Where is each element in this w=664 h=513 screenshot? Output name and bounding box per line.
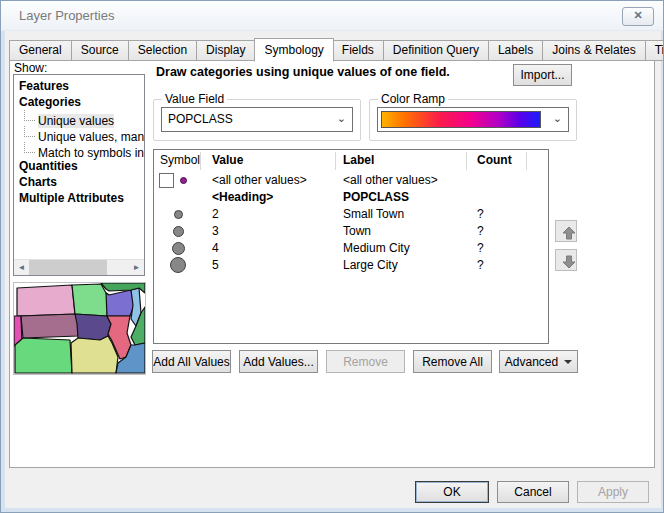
dialog-client-area: General Source Selection Display Symbolo… [5,31,661,508]
tab-symbology[interactable]: Symbology [254,38,333,62]
scrollbar-thumb[interactable] [29,260,107,275]
table-cell-count: ? [477,207,484,221]
remove-button[interactable]: Remove [326,350,405,373]
table-cell-count: ? [477,258,484,272]
chevron-down-icon: ⌄ [337,112,346,125]
all-other-values-symbol[interactable] [180,177,187,184]
layer-preview-map [13,282,146,375]
table-cell-count: ? [477,224,484,238]
table-cell-label[interactable]: <all other values> [343,173,438,187]
dot-symbol-small[interactable] [174,210,183,219]
tree-connector-icon [24,126,35,137]
symbology-tab-page: Show: Features Categories Unique values … [9,58,655,468]
column-header-count[interactable]: Count [477,153,512,167]
move-up-button[interactable] [555,220,577,242]
map-polygon [106,290,134,316]
tab-labels[interactable]: Labels [489,40,543,61]
tab-definition-query[interactable]: Definition Query [384,40,489,61]
table-cell-label[interactable]: Medium City [343,241,410,255]
all-other-values-checkbox[interactable] [159,173,174,188]
add-all-values-button[interactable]: Add All Values [152,350,231,373]
import-button[interactable]: Import... [513,64,572,86]
tree-item-features[interactable]: Features [14,78,144,94]
column-header-value[interactable]: Value [212,153,243,167]
map-polygon [21,314,79,338]
tree-connector-icon [24,110,35,121]
arrow-down-icon [562,255,576,269]
table-cell-label[interactable]: Town [343,224,371,238]
window-title: Layer Properties [19,8,114,23]
column-divider [335,152,336,170]
tab-joins-relates[interactable]: Joins & Relates [543,40,645,61]
column-divider [466,152,467,170]
tree-item-charts[interactable]: Charts [14,174,144,190]
layer-properties-dialog: Layer Properties ✕ General Source Select… [0,0,664,513]
cancel-button[interactable]: Cancel [497,481,569,503]
column-divider [526,152,527,170]
tab-source[interactable]: Source [72,40,129,61]
renderer-description: Draw categories using unique values of o… [156,65,450,79]
table-cell-label[interactable]: POPCLASS [343,190,409,204]
tab-display[interactable]: Display [197,40,255,61]
tab-general[interactable]: General [9,40,72,61]
table-cell-value[interactable]: 5 [212,258,219,272]
title-bar: Layer Properties ✕ [1,1,663,31]
color-ramp-dropdown[interactable]: ⌄ [377,107,569,132]
show-label: Show: [14,61,47,75]
map-polygon [72,284,109,316]
scroll-right-icon[interactable]: ► [129,260,144,275]
arrow-up-icon [562,226,576,240]
value-field-dropdown[interactable]: POPCLASS ⌄ [161,107,353,132]
renderer-tree: Features Categories Unique values Unique… [13,74,145,276]
color-ramp-label: Color Ramp [378,92,448,106]
tree-item-categories[interactable]: Categories [14,94,144,110]
map-polygon [17,285,75,316]
table-cell-count: ? [477,241,484,255]
dot-symbol-medium[interactable] [173,226,184,237]
remove-all-button[interactable]: Remove All [413,350,492,373]
table-cell-value[interactable]: 2 [212,207,219,221]
apply-button[interactable]: Apply [577,481,649,503]
column-divider [200,152,201,170]
color-ramp-gradient [381,111,541,128]
table-cell-value[interactable]: 3 [212,224,219,238]
tab-fields[interactable]: Fields [333,40,384,61]
value-field-group: Value Field POPCLASS ⌄ [153,99,361,141]
color-ramp-group: Color Ramp ⌄ [369,99,577,141]
tree-item-multiple-attributes[interactable]: Multiple Attributes [14,190,144,206]
move-down-button[interactable] [555,249,577,271]
tree-horizontal-scrollbar[interactable]: ◄ ► [14,259,144,275]
table-cell-label[interactable]: Large City [343,258,398,272]
add-values-button[interactable]: Add Values... [239,350,318,373]
ok-button[interactable]: OK [415,481,489,503]
map-polygon [71,336,118,373]
map-polygon [75,314,111,340]
dot-symbol-large[interactable] [172,242,185,255]
dropdown-arrow-icon [564,360,572,364]
tree-item-unique-values-many[interactable]: Unique values, many [14,126,144,142]
column-header-symbol[interactable]: Symbol [160,153,200,167]
column-header-label[interactable]: Label [343,153,374,167]
table-cell-value[interactable]: 4 [212,241,219,255]
dot-symbol-xlarge[interactable] [170,257,186,273]
tree-connector-icon [24,142,35,153]
legend-table: Symbol Value Label Count <all other valu… [153,149,549,344]
close-icon[interactable]: ✕ [622,7,654,26]
tree-item-quantities[interactable]: Quantities [14,158,144,174]
tab-selection[interactable]: Selection [129,40,197,61]
tab-strip: General Source Selection Display Symbolo… [9,38,664,61]
tree-item-match-symbols[interactable]: Match to symbols in a [14,142,144,158]
table-cell-label[interactable]: Small Town [343,207,404,221]
value-field-label: Value Field [162,92,227,106]
tree-item-unique-values[interactable]: Unique values [14,110,144,126]
tab-time[interactable]: Time [646,40,664,61]
table-cell-value[interactable]: <Heading> [212,190,273,204]
advanced-button[interactable]: Advanced [499,350,578,373]
table-cell-value[interactable]: <all other values> [212,173,307,187]
map-polygon [15,338,72,373]
chevron-down-icon: ⌄ [553,112,562,125]
scroll-left-icon[interactable]: ◄ [14,260,29,275]
